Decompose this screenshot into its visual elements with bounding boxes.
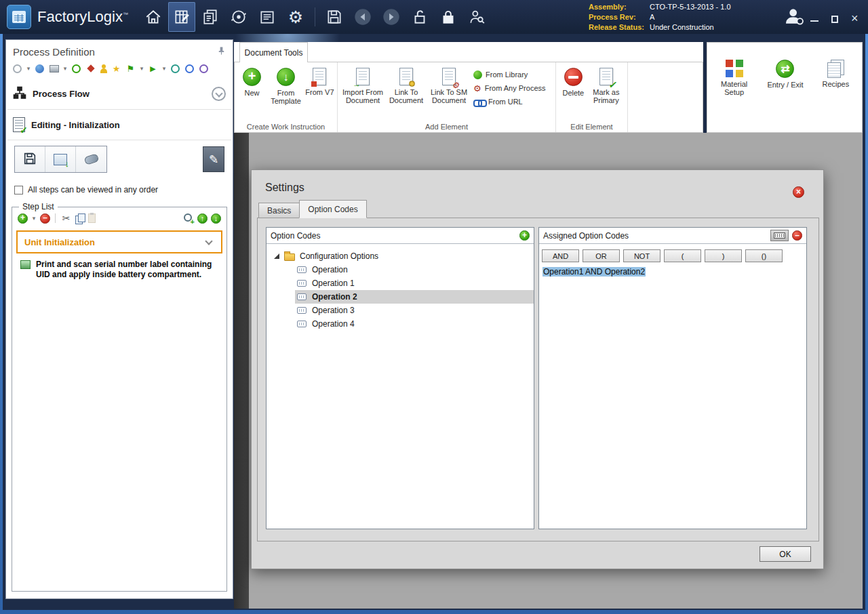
save-button[interactable] (321, 2, 348, 32)
order-checkbox[interactable] (14, 186, 23, 195)
unlock-button[interactable] (406, 2, 433, 32)
link-to-document-button[interactable]: Link To Document (385, 66, 427, 104)
close-paren-button[interactable]: ) (705, 249, 742, 262)
play-icon[interactable] (147, 63, 159, 74)
and-button[interactable]: AND (542, 249, 579, 262)
globe-icon[interactable] (34, 63, 45, 74)
tree-item-label: Operation (312, 265, 348, 274)
star-icon[interactable] (111, 63, 122, 74)
process-documents-button[interactable] (197, 2, 224, 32)
edit-work-instruction-button[interactable] (203, 146, 224, 172)
link-to-sm-document-button[interactable]: Link To SM Document (427, 66, 471, 104)
user-button[interactable] (783, 5, 806, 29)
remove-assigned-icon[interactable] (792, 230, 802, 241)
add-option-code-icon[interactable] (519, 230, 530, 241)
tree-root-row[interactable]: Configuration Options (267, 249, 534, 263)
delete-button[interactable]: Delete (559, 66, 588, 97)
move-step-up-icon[interactable] (197, 213, 208, 224)
from-template-button[interactable]: From Template (267, 66, 305, 105)
ok-button[interactable]: OK (760, 546, 811, 562)
maximize-icon[interactable] (830, 15, 840, 24)
step-list-item[interactable]: Unit Initialization (16, 230, 222, 253)
move-step-down-icon[interactable] (211, 213, 221, 224)
from-url-button[interactable]: From URL (473, 97, 546, 106)
paren-pair-button[interactable]: () (745, 249, 783, 262)
paste-icon[interactable] (88, 213, 96, 223)
editing-label: Editing - Initialization (31, 120, 226, 130)
chevron-down-icon[interactable] (205, 237, 212, 245)
status-ring-teal-icon[interactable] (170, 63, 181, 74)
tree-item-operation-1[interactable]: Operation 1 (295, 277, 534, 290)
print-icon[interactable] (48, 63, 60, 74)
tree-item-operation-2[interactable]: Operation 2 (295, 290, 534, 304)
routing-button[interactable] (225, 2, 252, 32)
person-icon[interactable] (99, 64, 108, 73)
tree-expander-icon[interactable] (274, 253, 279, 259)
audit-search-button[interactable] (463, 2, 490, 32)
expression-text: Operation1 AND Operation2 (542, 267, 646, 277)
home-button[interactable] (140, 2, 167, 32)
app-name-text: FactoryLogix (37, 8, 123, 25)
keyboard-input-button[interactable] (770, 230, 789, 241)
collapsed-side-strip[interactable] (234, 133, 249, 609)
from-url-icon (473, 99, 485, 105)
close-window-icon[interactable] (850, 15, 860, 24)
save-step-button[interactable] (15, 146, 45, 172)
process-definition-panel: Process Definition Process Flow Editing … (5, 39, 233, 599)
copy-icon[interactable] (75, 213, 85, 224)
assembly-info: Assembly: CTO-TP-5-13-2013 - 1.0 Process… (589, 2, 731, 33)
process-flow-row[interactable]: Process Flow (6, 79, 233, 109)
mark-as-primary-button[interactable]: Mark as Primary (588, 66, 625, 104)
redo-button[interactable] (378, 2, 405, 32)
or-button[interactable]: OR (583, 249, 620, 262)
import-from-document-label: Import From Document (340, 88, 385, 104)
settings-button[interactable]: ⚙ (282, 2, 309, 32)
from-library-button[interactable]: From Library (473, 70, 546, 79)
tree-item-operation-4[interactable]: Operation 4 (295, 317, 534, 331)
add-step-caret-icon[interactable] (31, 213, 37, 224)
from-library-icon (473, 70, 482, 79)
import-from-document-button[interactable]: Import From Document (340, 66, 385, 104)
open-paren-button[interactable]: ( (664, 249, 701, 262)
close-dialog-icon[interactable] (793, 186, 804, 198)
cut-icon[interactable] (60, 213, 72, 224)
lock-button[interactable] (435, 2, 462, 32)
recycle-icon[interactable] (71, 63, 82, 74)
add-element-small-buttons: From Library From Any Process From URL (471, 66, 550, 106)
news-button[interactable] (254, 2, 281, 32)
refresh-icon[interactable] (12, 63, 23, 74)
not-button[interactable]: NOT (623, 249, 660, 262)
expression-editor[interactable]: Operation1 AND Operation2 (539, 262, 806, 281)
zoom-step-icon[interactable] (184, 213, 194, 224)
step-description-row[interactable]: Print and scan serial number label conta… (12, 253, 226, 285)
recipes-button[interactable]: Recipes (816, 58, 854, 125)
tab-option-codes[interactable]: Option Codes (299, 200, 366, 218)
tree-item-operation[interactable]: Operation (295, 263, 534, 277)
expand-process-flow-icon[interactable] (212, 87, 226, 101)
remove-step-icon[interactable] (40, 213, 50, 224)
new-button[interactable]: New (237, 66, 267, 97)
dropdown-caret-icon[interactable] (26, 63, 31, 74)
status-ring-blue-icon[interactable] (184, 63, 195, 74)
entry-exit-button[interactable]: Entry / Exit (763, 58, 808, 125)
pin-icon[interactable] (217, 46, 226, 58)
import-step-button[interactable] (45, 146, 76, 172)
undo-button[interactable] (349, 2, 376, 32)
material-setup-button[interactable]: Material Setup (715, 58, 754, 125)
add-step-icon[interactable] (18, 213, 28, 224)
tab-document-tools[interactable]: Document Tools (239, 42, 308, 62)
dropdown-caret-icon[interactable] (62, 63, 68, 74)
status-ring-purple-icon[interactable] (198, 63, 210, 74)
from-v7-button[interactable]: From V7 (305, 66, 334, 96)
minimize-icon[interactable] (810, 15, 819, 24)
flag-icon[interactable] (125, 63, 136, 74)
editing-row[interactable]: Editing - Initialization (6, 110, 233, 140)
erase-step-button[interactable] (76, 146, 106, 172)
from-any-process-button[interactable]: From Any Process (473, 83, 546, 93)
dropdown-caret-icon[interactable] (161, 63, 167, 74)
work-instruction-editor-button[interactable] (168, 2, 195, 32)
tree-item-operation-3[interactable]: Operation 3 (295, 304, 534, 317)
tab-basics[interactable]: Basics (258, 203, 300, 218)
dropdown-caret-icon[interactable] (139, 63, 144, 74)
pin-tool-icon[interactable] (85, 63, 96, 74)
